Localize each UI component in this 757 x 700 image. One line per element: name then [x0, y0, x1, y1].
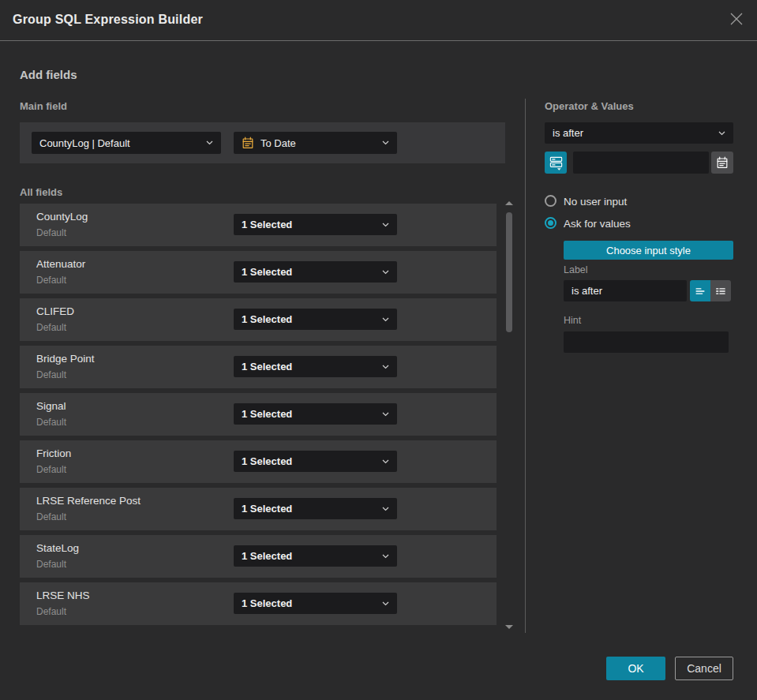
chevron-down-icon — [382, 459, 389, 464]
chevron-down-icon — [206, 140, 213, 145]
field-subtitle: Default — [36, 511, 66, 522]
date-type-select-value: To Date — [260, 137, 296, 149]
field-selection-dropdown[interactable]: 1 Selected — [234, 309, 397, 330]
field-name: LRSE Reference Post — [36, 495, 141, 507]
field-selection-dropdown[interactable]: 1 Selected — [234, 593, 397, 614]
chevron-down-icon — [382, 317, 389, 322]
chevron-down-icon — [382, 270, 389, 275]
scroll-up-icon[interactable] — [505, 201, 513, 205]
field-selection-dropdown[interactable]: 1 Selected — [234, 214, 397, 235]
value-date-input[interactable] — [573, 152, 709, 174]
dialog-header: Group SQL Expression Builder — [0, 0, 757, 41]
label-caption: Label — [564, 264, 588, 275]
field-row: StateLog Default 1 Selected — [20, 535, 497, 578]
choose-input-style-button[interactable]: Choose input style — [564, 241, 733, 260]
field-selection-value: 1 Selected — [242, 550, 292, 562]
field-name: Friction — [36, 447, 71, 459]
vertical-divider — [525, 99, 526, 633]
main-field-select-value: CountyLog | Default — [39, 137, 130, 149]
field-row: LRSE Reference Post Default 1 Selected — [20, 488, 497, 530]
field-row: Attenuator Default 1 Selected — [20, 251, 497, 294]
field-selection-dropdown[interactable]: 1 Selected — [234, 498, 397, 519]
label-input[interactable] — [564, 280, 687, 301]
field-selection-dropdown[interactable]: 1 Selected — [234, 545, 397, 567]
field-row: CLIFED Default 1 Selected — [20, 298, 497, 341]
field-subtitle: Default — [36, 227, 66, 238]
field-subtitle: Default — [36, 559, 66, 570]
field-subtitle: Default — [36, 275, 66, 286]
calendar-icon — [716, 156, 729, 169]
field-selection-dropdown[interactable]: 1 Selected — [234, 261, 397, 283]
field-name: StateLog — [36, 542, 79, 554]
main-field-panel: CountyLog | Default To Date — [20, 122, 505, 163]
calendar-icon — [242, 137, 254, 149]
ok-button[interactable]: OK — [606, 657, 665, 680]
list-style-icon — [714, 285, 727, 298]
chevron-down-icon — [718, 131, 725, 136]
field-selection-value: 1 Selected — [242, 503, 292, 515]
ask-for-values-radio[interactable] — [545, 217, 557, 229]
field-row: CountyLog Default 1 Selected — [20, 204, 497, 246]
chevron-down-icon — [382, 140, 389, 145]
all-fields-label: All fields — [20, 186, 62, 198]
field-name: CountyLog — [36, 211, 88, 223]
field-subtitle: Default — [36, 606, 66, 617]
ask-for-values-label: Ask for values — [564, 218, 631, 230]
chevron-down-icon — [382, 223, 389, 227]
no-user-input-label: No user input — [564, 196, 627, 208]
chevron-down-icon — [382, 412, 389, 417]
single-line-style-button[interactable] — [690, 280, 710, 301]
main-field-label: Main field — [20, 100, 67, 112]
hint-caption: Hint — [564, 315, 581, 326]
field-subtitle: Default — [36, 464, 66, 475]
field-selection-value: 1 Selected — [242, 597, 292, 609]
field-source-button[interactable] — [545, 152, 567, 174]
dialog-title: Group SQL Expression Builder — [13, 13, 203, 27]
field-selection-dropdown[interactable]: 1 Selected — [234, 403, 397, 425]
hint-input[interactable] — [564, 331, 729, 353]
field-name: CLIFED — [36, 305, 74, 317]
field-row: Signal Default 1 Selected — [20, 393, 497, 436]
operator-select-value: is after — [553, 127, 583, 139]
field-subtitle: Default — [36, 417, 66, 428]
no-user-input-radio[interactable] — [545, 195, 557, 207]
align-left-icon — [694, 285, 706, 298]
field-name: Signal — [36, 400, 66, 412]
chevron-down-icon — [382, 507, 389, 511]
chevron-down-icon — [382, 365, 389, 369]
operator-select[interactable]: is after — [545, 122, 733, 144]
field-selection-dropdown[interactable]: 1 Selected — [234, 356, 397, 377]
field-selection-value: 1 Selected — [242, 408, 292, 420]
field-selection-value: 1 Selected — [242, 219, 292, 230]
close-icon — [729, 11, 744, 30]
radio-selected-dot — [548, 220, 553, 226]
chevron-down-icon — [382, 601, 389, 606]
chevron-down-icon — [382, 554, 389, 559]
add-fields-heading: Add fields — [20, 68, 77, 81]
close-button[interactable] — [725, 9, 748, 32]
field-row: LRSE NHS Default 1 Selected — [20, 582, 497, 625]
field-selection-value: 1 Selected — [242, 313, 292, 325]
field-subtitle: Default — [36, 369, 66, 380]
field-name: LRSE NHS — [36, 590, 90, 601]
field-row: Friction Default 1 Selected — [20, 440, 497, 483]
field-selection-value: 1 Selected — [242, 361, 292, 372]
field-name: Attenuator — [36, 258, 85, 270]
operator-values-heading: Operator & Values — [545, 100, 634, 112]
date-type-select[interactable]: To Date — [234, 132, 397, 154]
field-name: Bridge Point — [36, 353, 95, 365]
field-selection-dropdown[interactable]: 1 Selected — [234, 451, 397, 472]
calendar-picker-button[interactable] — [711, 152, 733, 174]
cancel-button[interactable]: Cancel — [675, 657, 733, 680]
field-subtitle: Default — [36, 322, 66, 333]
scrollbar-thumb[interactable] — [506, 212, 512, 332]
scroll-down-icon[interactable] — [505, 625, 513, 629]
list-style-button[interactable] — [710, 280, 731, 301]
field-row: Bridge Point Default 1 Selected — [20, 346, 497, 388]
field-selection-value: 1 Selected — [242, 455, 292, 467]
group-sql-expression-builder-dialog: Group SQL Expression Builder Add fields … — [0, 0, 757, 700]
main-field-select[interactable]: CountyLog | Default — [32, 132, 221, 154]
field-stack-icon — [549, 155, 564, 171]
field-selection-value: 1 Selected — [242, 266, 292, 278]
